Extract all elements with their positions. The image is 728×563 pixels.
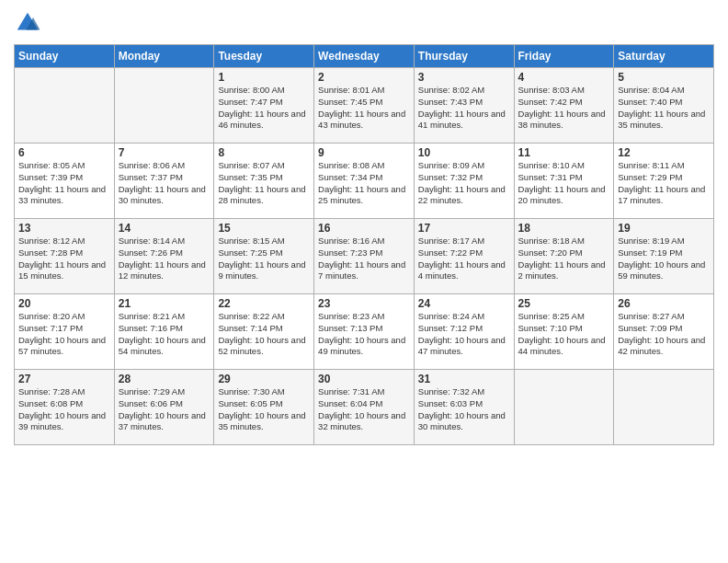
calendar-day-header: Sunday	[15, 45, 115, 68]
calendar-cell: 20Sunrise: 8:20 AM Sunset: 7:17 PM Dayli…	[15, 294, 115, 370]
day-number: 8	[218, 146, 310, 159]
day-info: Sunrise: 8:12 AM Sunset: 7:28 PM Dayligh…	[18, 236, 110, 282]
day-info: Sunrise: 8:05 AM Sunset: 7:39 PM Dayligh…	[18, 160, 110, 207]
day-info: Sunrise: 8:18 AM Sunset: 7:20 PM Dayligh…	[518, 236, 610, 282]
calendar-week-row: 27Sunrise: 7:28 AM Sunset: 6:08 PM Dayli…	[15, 370, 714, 445]
day-info: Sunrise: 8:23 AM Sunset: 7:13 PM Dayligh…	[318, 311, 410, 358]
day-info: Sunrise: 8:15 AM Sunset: 7:25 PM Dayligh…	[218, 236, 310, 282]
day-info: Sunrise: 8:20 AM Sunset: 7:17 PM Dayligh…	[18, 311, 110, 358]
day-info: Sunrise: 8:00 AM Sunset: 7:47 PM Dayligh…	[218, 85, 310, 132]
calendar-cell: 22Sunrise: 8:22 AM Sunset: 7:14 PM Dayli…	[214, 294, 314, 370]
calendar-day-header: Tuesday	[214, 45, 314, 68]
day-info: Sunrise: 8:16 AM Sunset: 7:23 PM Dayligh…	[318, 236, 410, 282]
day-number: 25	[518, 297, 610, 310]
day-number: 2	[318, 71, 410, 84]
day-info: Sunrise: 8:02 AM Sunset: 7:43 PM Dayligh…	[418, 85, 510, 132]
calendar-cell: 24Sunrise: 8:24 AM Sunset: 7:12 PM Dayli…	[414, 294, 514, 370]
day-info: Sunrise: 7:29 AM Sunset: 6:06 PM Dayligh…	[119, 386, 210, 433]
calendar-cell: 14Sunrise: 8:14 AM Sunset: 7:26 PM Dayli…	[114, 219, 214, 294]
day-number: 4	[518, 71, 610, 84]
day-info: Sunrise: 8:25 AM Sunset: 7:10 PM Dayligh…	[518, 311, 610, 358]
day-number: 5	[618, 71, 710, 84]
calendar-cell	[514, 370, 614, 445]
header	[14, 9, 714, 37]
day-info: Sunrise: 8:07 AM Sunset: 7:35 PM Dayligh…	[218, 160, 310, 207]
day-number: 22	[218, 297, 310, 310]
calendar-header-row: SundayMondayTuesdayWednesdayThursdayFrid…	[15, 45, 714, 68]
day-number: 12	[618, 146, 710, 159]
day-info: Sunrise: 8:03 AM Sunset: 7:42 PM Dayligh…	[518, 85, 610, 132]
day-number: 11	[518, 146, 610, 159]
calendar-cell: 10Sunrise: 8:09 AM Sunset: 7:32 PM Dayli…	[414, 144, 514, 219]
calendar-cell: 26Sunrise: 8:27 AM Sunset: 7:09 PM Dayli…	[614, 294, 714, 370]
day-number: 27	[18, 373, 110, 385]
day-number: 29	[218, 373, 310, 385]
day-number: 21	[119, 297, 210, 310]
calendar-cell	[614, 370, 714, 445]
calendar-cell: 3Sunrise: 8:02 AM Sunset: 7:43 PM Daylig…	[414, 68, 514, 144]
day-info: Sunrise: 8:19 AM Sunset: 7:19 PM Dayligh…	[618, 236, 710, 282]
day-number: 24	[418, 297, 510, 310]
day-info: Sunrise: 8:14 AM Sunset: 7:26 PM Dayligh…	[119, 236, 210, 282]
calendar-week-row: 20Sunrise: 8:20 AM Sunset: 7:17 PM Dayli…	[15, 294, 714, 370]
calendar-cell: 2Sunrise: 8:01 AM Sunset: 7:45 PM Daylig…	[314, 68, 415, 144]
calendar-cell: 6Sunrise: 8:05 AM Sunset: 7:39 PM Daylig…	[15, 144, 115, 219]
calendar-week-row: 1Sunrise: 8:00 AM Sunset: 7:47 PM Daylig…	[15, 68, 714, 144]
calendar-day-header: Wednesday	[314, 45, 415, 68]
calendar-cell: 18Sunrise: 8:18 AM Sunset: 7:20 PM Dayli…	[514, 219, 614, 294]
calendar-day-header: Friday	[514, 45, 614, 68]
calendar-cell: 5Sunrise: 8:04 AM Sunset: 7:40 PM Daylig…	[614, 68, 714, 144]
day-number: 3	[418, 71, 510, 84]
day-number: 20	[18, 297, 110, 310]
calendar-cell: 30Sunrise: 7:31 AM Sunset: 6:04 PM Dayli…	[314, 370, 415, 445]
day-info: Sunrise: 7:28 AM Sunset: 6:08 PM Dayligh…	[18, 386, 110, 433]
calendar-day-header: Saturday	[614, 45, 714, 68]
day-number: 30	[318, 373, 410, 385]
calendar-cell: 21Sunrise: 8:21 AM Sunset: 7:16 PM Dayli…	[114, 294, 214, 370]
day-number: 7	[119, 146, 210, 159]
logo	[14, 9, 45, 37]
calendar-cell: 17Sunrise: 8:17 AM Sunset: 7:22 PM Dayli…	[414, 219, 514, 294]
calendar-cell: 29Sunrise: 7:30 AM Sunset: 6:05 PM Dayli…	[214, 370, 314, 445]
day-number: 10	[418, 146, 510, 159]
day-number: 9	[318, 146, 410, 159]
calendar-cell: 31Sunrise: 7:32 AM Sunset: 6:03 PM Dayli…	[414, 370, 514, 445]
calendar-cell: 19Sunrise: 8:19 AM Sunset: 7:19 PM Dayli…	[614, 219, 714, 294]
calendar-cell	[15, 68, 115, 144]
calendar-cell: 8Sunrise: 8:07 AM Sunset: 7:35 PM Daylig…	[214, 144, 314, 219]
calendar-cell: 27Sunrise: 7:28 AM Sunset: 6:08 PM Dayli…	[15, 370, 115, 445]
calendar-cell: 12Sunrise: 8:11 AM Sunset: 7:29 PM Dayli…	[614, 144, 714, 219]
day-number: 28	[119, 373, 210, 385]
day-info: Sunrise: 8:21 AM Sunset: 7:16 PM Dayligh…	[119, 311, 210, 358]
day-info: Sunrise: 7:31 AM Sunset: 6:04 PM Dayligh…	[318, 386, 410, 433]
day-number: 13	[18, 222, 110, 235]
day-number: 18	[518, 222, 610, 235]
calendar-cell: 9Sunrise: 8:08 AM Sunset: 7:34 PM Daylig…	[314, 144, 415, 219]
calendar-week-row: 6Sunrise: 8:05 AM Sunset: 7:39 PM Daylig…	[15, 144, 714, 219]
day-number: 16	[318, 222, 410, 235]
day-number: 19	[618, 222, 710, 235]
calendar-cell: 15Sunrise: 8:15 AM Sunset: 7:25 PM Dayli…	[214, 219, 314, 294]
calendar-cell: 13Sunrise: 8:12 AM Sunset: 7:28 PM Dayli…	[15, 219, 115, 294]
calendar-cell	[114, 68, 214, 144]
day-info: Sunrise: 8:10 AM Sunset: 7:31 PM Dayligh…	[518, 160, 610, 207]
calendar-cell: 23Sunrise: 8:23 AM Sunset: 7:13 PM Dayli…	[314, 294, 415, 370]
day-number: 15	[218, 222, 310, 235]
calendar-table: SundayMondayTuesdayWednesdayThursdayFrid…	[14, 44, 714, 445]
logo-icon	[14, 9, 41, 37]
calendar-day-header: Thursday	[414, 45, 514, 68]
calendar-cell: 1Sunrise: 8:00 AM Sunset: 7:47 PM Daylig…	[214, 68, 314, 144]
day-number: 14	[119, 222, 210, 235]
day-info: Sunrise: 8:08 AM Sunset: 7:34 PM Dayligh…	[318, 160, 410, 207]
day-info: Sunrise: 8:04 AM Sunset: 7:40 PM Dayligh…	[618, 85, 710, 132]
day-info: Sunrise: 8:01 AM Sunset: 7:45 PM Dayligh…	[318, 85, 410, 132]
calendar-cell: 4Sunrise: 8:03 AM Sunset: 7:42 PM Daylig…	[514, 68, 614, 144]
day-info: Sunrise: 8:22 AM Sunset: 7:14 PM Dayligh…	[218, 311, 310, 358]
calendar-cell: 28Sunrise: 7:29 AM Sunset: 6:06 PM Dayli…	[114, 370, 214, 445]
calendar-week-row: 13Sunrise: 8:12 AM Sunset: 7:28 PM Dayli…	[15, 219, 714, 294]
day-info: Sunrise: 8:09 AM Sunset: 7:32 PM Dayligh…	[418, 160, 510, 207]
day-number: 17	[418, 222, 510, 235]
day-info: Sunrise: 7:32 AM Sunset: 6:03 PM Dayligh…	[418, 386, 510, 433]
day-info: Sunrise: 7:30 AM Sunset: 6:05 PM Dayligh…	[218, 386, 310, 433]
calendar-cell: 16Sunrise: 8:16 AM Sunset: 7:23 PM Dayli…	[314, 219, 415, 294]
